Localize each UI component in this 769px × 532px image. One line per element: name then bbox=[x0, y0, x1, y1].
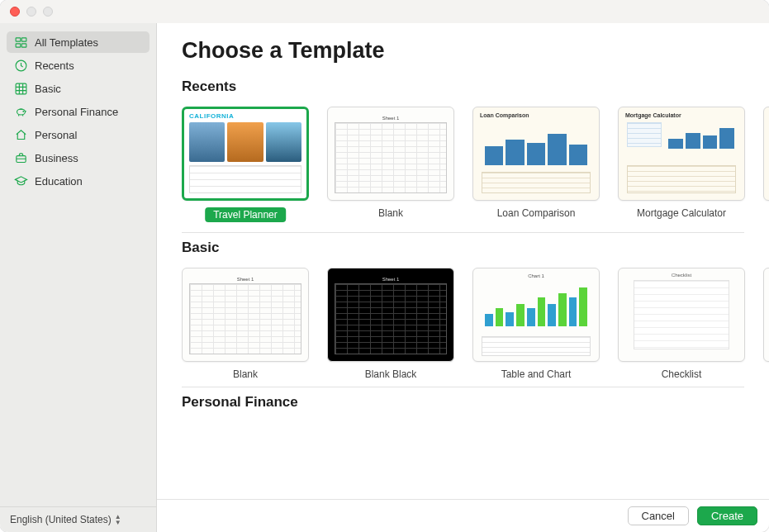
template-card[interactable]: Loan ComparisonLoan Comparison bbox=[472, 107, 600, 226]
svg-rect-1 bbox=[21, 37, 26, 40]
template-card[interactable]: Portfolio$60000.00My Stocks bbox=[763, 107, 769, 226]
clock-icon bbox=[13, 58, 28, 73]
template-label: Checklist bbox=[763, 368, 769, 380]
template-row-recents: CALIFORNIATravel PlannerSheet 1BlankLoan… bbox=[182, 107, 769, 226]
grid-icon bbox=[13, 81, 28, 96]
template-label: Loan Comparison bbox=[472, 207, 600, 219]
window-minimize-button[interactable] bbox=[26, 7, 36, 17]
template-label: Mortgage Calculator bbox=[618, 207, 745, 219]
sidebar-item-personal-finance[interactable]: Personal Finance bbox=[7, 101, 150, 122]
svg-rect-0 bbox=[16, 37, 21, 40]
templates-icon bbox=[13, 35, 28, 50]
template-row-basic: Sheet 1BlankSheet 1Blank BlackChart 1Tab… bbox=[182, 268, 769, 380]
sidebar-item-label: Recents bbox=[35, 59, 74, 72]
template-card[interactable]: Chart 1Table and Chart bbox=[472, 268, 600, 380]
language-picker[interactable]: English (United States) ▲▼ bbox=[0, 506, 156, 532]
section-title-personal-finance: Personal Finance bbox=[182, 394, 769, 411]
template-card[interactable]: Sheet 1Blank Black bbox=[327, 268, 454, 380]
sidebar-item-label: Personal bbox=[35, 129, 77, 141]
sidebar-item-education[interactable]: Education bbox=[7, 170, 150, 192]
sidebar-item-recents[interactable]: Recents bbox=[7, 55, 150, 76]
sidebar-item-personal[interactable]: Personal bbox=[7, 124, 150, 145]
template-label: Checklist bbox=[618, 368, 745, 380]
template-card[interactable]: Sheet 1Blank bbox=[182, 268, 309, 380]
updown-icon: ▲▼ bbox=[115, 514, 121, 525]
svg-rect-3 bbox=[21, 43, 26, 46]
section-title-recents: Recents bbox=[182, 78, 769, 95]
template-label: My Stocks bbox=[763, 207, 769, 219]
piggybank-icon bbox=[13, 104, 28, 119]
create-button[interactable]: Create bbox=[697, 506, 757, 525]
svg-point-6 bbox=[22, 111, 23, 112]
language-label: English (United States) bbox=[10, 514, 112, 525]
window-close-button[interactable] bbox=[10, 7, 20, 17]
main-pane: Choose a Template RecentsCALIFORNIATrave… bbox=[157, 23, 769, 532]
template-card[interactable]: ChecklistChecklist bbox=[618, 268, 745, 380]
template-label: Blank Black bbox=[327, 368, 454, 380]
cancel-button[interactable]: Cancel bbox=[628, 506, 689, 525]
briefcase-icon bbox=[13, 150, 28, 165]
sidebar-item-business[interactable]: Business bbox=[7, 147, 150, 169]
svg-rect-2 bbox=[16, 43, 21, 46]
template-label: Travel Planner bbox=[205, 207, 286, 222]
sidebar-item-all-templates[interactable]: All Templates bbox=[7, 31, 150, 53]
sidebar-item-label: Business bbox=[35, 152, 78, 164]
footer-bar: Cancel Create bbox=[157, 499, 769, 532]
section-divider bbox=[182, 232, 744, 233]
titlebar bbox=[0, 0, 769, 23]
house-icon bbox=[13, 127, 28, 142]
template-label: Table and Chart bbox=[472, 368, 600, 380]
template-card[interactable]: Mortgage CalculatorMortgage Calculator bbox=[618, 107, 745, 226]
window-zoom-button[interactable] bbox=[43, 7, 53, 17]
sidebar-item-label: Basic bbox=[35, 83, 61, 95]
section-divider bbox=[182, 387, 744, 387]
sidebar-item-label: All Templates bbox=[35, 36, 98, 49]
template-card[interactable]: CALIFORNIATravel Planner bbox=[182, 107, 309, 226]
section-title-basic: Basic bbox=[182, 240, 769, 256]
page-title: Choose a Template bbox=[182, 38, 769, 64]
sidebar: All TemplatesRecentsBasicPersonal Financ… bbox=[0, 23, 157, 532]
template-card[interactable]: Sheet 1Blank bbox=[327, 107, 454, 226]
template-label: Blank bbox=[182, 368, 309, 380]
template-card[interactable]: Checklist bbox=[763, 268, 769, 380]
template-label: Blank bbox=[327, 207, 454, 219]
sidebar-item-label: Personal Finance bbox=[35, 106, 118, 118]
gradcap-icon bbox=[13, 173, 28, 188]
sidebar-item-label: Education bbox=[35, 175, 83, 188]
sidebar-item-basic[interactable]: Basic bbox=[7, 78, 150, 99]
svg-rect-5 bbox=[16, 83, 26, 94]
